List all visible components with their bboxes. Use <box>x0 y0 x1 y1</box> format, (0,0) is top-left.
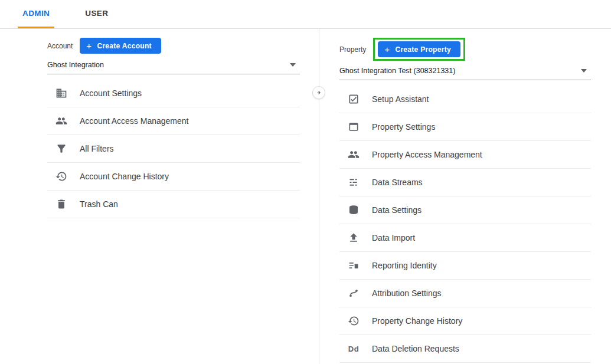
menu-item-property-settings[interactable]: Property Settings <box>339 113 591 141</box>
create-property-button[interactable]: + Create Property <box>378 41 460 57</box>
dd-icon: Dd <box>348 343 360 355</box>
menu-item-account-change-history[interactable]: Account Change History <box>47 163 300 191</box>
menu-item-property-access-management[interactable]: Property Access Management <box>339 141 591 169</box>
history-icon <box>348 315 360 327</box>
create-account-button[interactable]: + Create Account <box>80 38 161 54</box>
menu-item-data-deletion-requests[interactable]: Dd Data Deletion Requests <box>339 335 591 363</box>
property-header: Property + Create Property <box>339 38 591 61</box>
menu-item-label: Data Streams <box>372 178 423 187</box>
history-icon <box>55 170 67 182</box>
menu-item-label: Attribution Settings <box>372 288 442 298</box>
create-account-label: Create Account <box>97 42 151 50</box>
arrow-right-icon <box>315 88 323 97</box>
menu-item-data-import[interactable]: Data Import <box>339 224 591 252</box>
highlight-box: + Create Property <box>373 38 465 61</box>
panel-divider <box>319 29 319 364</box>
account-menu: Account Settings Account Access Manageme… <box>47 80 300 218</box>
menu-item-label: Data Settings <box>372 205 422 215</box>
trash-icon <box>55 198 67 210</box>
menu-item-label: Reporting Identity <box>372 261 437 270</box>
property-panel: Property + Create Property Ghost Integra… <box>339 38 591 363</box>
tab-user-label: USER <box>85 9 108 18</box>
account-header: Account + Create Account <box>47 38 300 54</box>
menu-item-all-filters[interactable]: All Filters <box>47 135 300 163</box>
menu-item-label: Account Access Management <box>80 116 188 126</box>
menu-item-label: Property Settings <box>372 122 435 132</box>
menu-item-data-streams[interactable]: Data Streams <box>339 169 591 196</box>
menu-item-label: Trash Can <box>80 199 118 209</box>
property-selector[interactable]: Ghost Integration Test (308321331) <box>339 61 591 80</box>
reporting-identity-icon <box>348 260 360 271</box>
menu-item-property-change-history[interactable]: Property Change History <box>339 307 591 335</box>
filter-icon <box>55 143 67 155</box>
plus-icon: + <box>86 41 92 50</box>
data-streams-icon <box>348 176 360 188</box>
menu-item-attribution-settings[interactable]: Attribution Settings <box>339 280 591 307</box>
window-icon <box>348 121 360 133</box>
top-tab-bar: ADMIN USER <box>0 0 611 29</box>
menu-item-label: Account Settings <box>80 88 142 98</box>
move-arrow-button[interactable] <box>312 86 325 99</box>
database-icon <box>348 204 360 216</box>
chevron-down-icon <box>581 69 587 73</box>
menu-item-trash-can[interactable]: Trash Can <box>47 191 300 218</box>
menu-item-label: Setup Assistant <box>372 94 429 104</box>
menu-item-reporting-identity[interactable]: Reporting Identity <box>339 252 591 280</box>
menu-item-label: Account Change History <box>80 172 169 181</box>
tab-user[interactable]: USER <box>80 0 113 28</box>
building-icon <box>55 87 67 99</box>
menu-item-label: Property Access Management <box>372 150 482 159</box>
checkbox-check-icon <box>348 93 360 105</box>
property-selector-value: Ghost Integration Test (308321331) <box>339 67 455 75</box>
menu-item-data-settings[interactable]: Data Settings <box>339 196 591 224</box>
account-selector[interactable]: Ghost Integration <box>47 54 300 74</box>
menu-item-label: Data Import <box>372 233 415 242</box>
menu-item-label: Property Change History <box>372 316 462 326</box>
chevron-down-icon <box>290 63 296 67</box>
menu-item-label: All Filters <box>80 144 114 153</box>
create-property-label: Create Property <box>395 45 451 54</box>
upload-icon <box>348 232 360 244</box>
plus-icon: + <box>384 45 390 54</box>
people-icon <box>348 149 360 160</box>
account-panel: Account + Create Account Ghost Integrati… <box>47 38 300 218</box>
property-label: Property <box>339 45 366 54</box>
menu-item-setup-assistant[interactable]: Setup Assistant <box>339 86 591 113</box>
account-selector-value: Ghost Integration <box>47 61 104 69</box>
menu-item-account-settings[interactable]: Account Settings <box>47 80 300 107</box>
property-menu: Setup Assistant Property Settings Proper… <box>339 86 591 363</box>
tab-admin-label: ADMIN <box>22 9 50 18</box>
tab-admin[interactable]: ADMIN <box>18 0 54 28</box>
account-label: Account <box>47 42 73 50</box>
menu-item-account-access-management[interactable]: Account Access Management <box>47 107 300 135</box>
people-icon <box>55 115 67 127</box>
menu-item-label: Data Deletion Requests <box>372 344 459 353</box>
attribution-icon <box>348 287 360 299</box>
